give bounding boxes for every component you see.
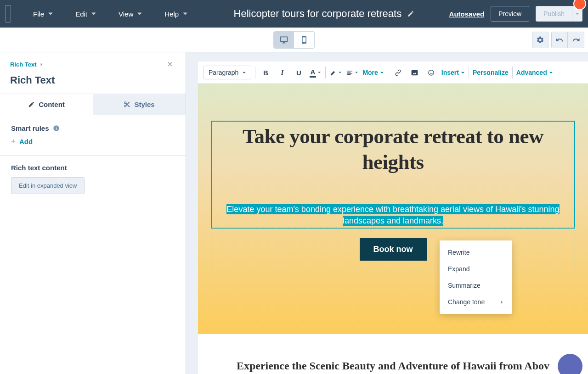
settings-button[interactable] — [532, 32, 548, 48]
sidebar: Rich Text Rich Text Content Styles Smart… — [0, 52, 186, 374]
personalize-button[interactable]: Personalize — [473, 69, 509, 76]
separator — [255, 67, 255, 78]
panel-title: Rich Text — [0, 72, 186, 94]
insert-emoji-button[interactable] — [425, 66, 438, 79]
underline-button[interactable]: U — [292, 66, 305, 79]
chevron-down-icon — [461, 71, 465, 75]
ctx-expand[interactable]: Expand — [440, 261, 512, 277]
ctx-rewrite[interactable]: Rewrite — [440, 244, 512, 261]
editor-canvas: Paragraph B I U A More — [186, 52, 588, 374]
chevron-down-icon — [355, 71, 358, 74]
breadcrumb[interactable]: Rich Text — [10, 61, 44, 68]
smile-icon — [428, 69, 435, 76]
section-2: Experience the Scenic Beauty and Adventu… — [198, 334, 588, 374]
scissors-icon — [124, 101, 130, 108]
separator — [512, 67, 513, 78]
menu-help[interactable]: Help — [153, 6, 199, 22]
gear-icon — [536, 36, 544, 44]
redo-button[interactable] — [568, 32, 584, 48]
menu-view[interactable]: View — [107, 6, 153, 22]
chevron-down-icon — [549, 71, 553, 75]
ctx-change-tone[interactable]: Change tone — [440, 294, 512, 310]
separator — [388, 67, 388, 78]
italic-button[interactable]: I — [276, 66, 288, 79]
insert-dropdown[interactable]: Insert — [441, 69, 465, 76]
hero-heading[interactable]: Take your corporate retreat to new heigh… — [213, 123, 573, 175]
menu-edit[interactable]: Edit — [64, 6, 107, 22]
hero-subtext[interactable]: Elevate your team's bonding experience w… — [213, 204, 573, 227]
insert-image-button[interactable] — [408, 66, 421, 79]
highlight-button[interactable] — [329, 66, 342, 79]
redo-icon — [572, 36, 580, 44]
smart-rules-label: Smart rules — [11, 124, 175, 132]
plus-icon: + — [11, 137, 16, 146]
close-icon — [166, 61, 174, 68]
pencil-icon — [28, 101, 35, 108]
device-mobile[interactable] — [294, 32, 314, 48]
mobile-icon — [300, 35, 309, 45]
desktop-icon — [279, 35, 288, 45]
button-module-outline[interactable]: Book now — [211, 228, 575, 270]
device-desktop[interactable] — [274, 32, 294, 48]
add-smart-rule[interactable]: + Add — [11, 137, 175, 146]
rich-text-content-label: Rich text content — [11, 164, 175, 172]
preview-button[interactable]: Preview — [491, 6, 529, 22]
pen-icon — [330, 69, 337, 76]
chevron-down-icon — [317, 71, 321, 74]
edit-expanded-button[interactable]: Edit in expanded view — [11, 177, 85, 194]
image-icon — [411, 69, 418, 76]
align-left-icon — [346, 69, 353, 76]
book-now-button[interactable]: Book now — [360, 238, 427, 261]
svg-point-0 — [429, 70, 434, 75]
link-icon — [395, 69, 401, 76]
bold-button[interactable]: B — [259, 66, 272, 79]
chevron-right-icon — [500, 300, 504, 304]
tab-content[interactable]: Content — [0, 94, 93, 115]
insert-link-button[interactable] — [392, 66, 405, 79]
section-2-heading[interactable]: Experience the Scenic Beauty and Adventu… — [211, 360, 575, 372]
avatar[interactable] — [573, 0, 586, 10]
left-panel-toggle[interactable] — [6, 5, 11, 22]
hero-section: Take your corporate retreat to new heigh… — [198, 84, 588, 334]
chevron-down-icon — [91, 11, 96, 17]
publish-button[interactable]: Publish — [536, 6, 572, 22]
chevron-down-icon — [182, 11, 188, 17]
more-dropdown[interactable]: More — [362, 69, 384, 76]
top-nav: File Edit View Help Helicopter tours for… — [0, 0, 588, 28]
chevron-down-icon — [48, 11, 53, 17]
chevron-down-icon — [137, 11, 142, 17]
close-panel-button[interactable] — [164, 59, 175, 70]
ctx-summarize[interactable]: Summarize — [440, 277, 512, 294]
info-icon[interactable] — [53, 125, 60, 132]
separator — [325, 67, 326, 78]
device-toggle — [273, 31, 315, 49]
paragraph-format-dropdown[interactable]: Paragraph — [204, 66, 251, 79]
page-title: Helicopter tours for corporate retreats — [234, 8, 402, 20]
autosaved-status[interactable]: Autosaved — [449, 10, 485, 18]
device-bar — [0, 28, 588, 52]
chevron-right-icon — [40, 62, 44, 67]
menu-file[interactable]: File — [22, 6, 64, 22]
chevron-down-icon — [575, 12, 579, 16]
chevron-down-icon — [338, 71, 342, 74]
undo-button[interactable] — [551, 32, 568, 48]
tab-styles[interactable]: Styles — [93, 94, 186, 115]
rich-text-module-selected[interactable]: Take your corporate retreat to new heigh… — [211, 121, 575, 229]
advanced-dropdown[interactable]: Advanced — [516, 69, 553, 76]
align-button[interactable] — [346, 66, 359, 79]
chevron-down-icon — [242, 71, 246, 75]
chevron-down-icon — [380, 71, 384, 75]
edit-title-icon[interactable] — [407, 10, 414, 17]
separator — [469, 67, 469, 78]
ai-context-menu: Rewrite Expand Summarize Change tone — [440, 240, 512, 314]
text-color-button[interactable]: A — [309, 66, 322, 79]
rich-text-toolbar: Paragraph B I U A More — [198, 61, 588, 84]
undo-icon — [555, 36, 564, 44]
